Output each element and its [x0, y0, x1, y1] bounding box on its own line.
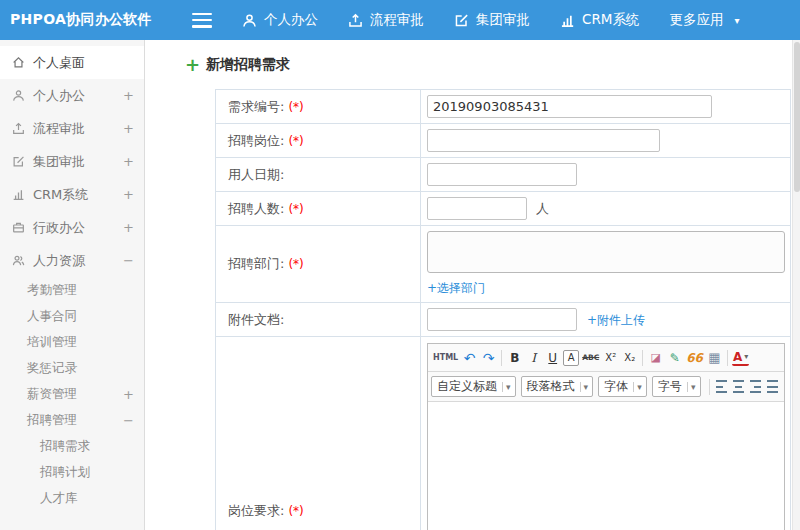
sidebar-item-personal-office[interactable]: 个人办公 + — [0, 79, 144, 112]
editor-content-area[interactable] — [428, 402, 784, 530]
position-input[interactable] — [427, 129, 660, 152]
sidebar-item-rewards[interactable]: 奖惩记录 — [0, 355, 144, 381]
blockquote-button[interactable]: 66 — [685, 348, 704, 368]
font-family-select[interactable]: 字体▾ — [598, 376, 647, 397]
eraser-icon[interactable]: ◪ — [647, 348, 664, 368]
sidebar-label: 人事合同 — [27, 308, 77, 325]
sidebar-label: 招聘计划 — [40, 464, 90, 481]
expand-toggle[interactable]: + — [123, 121, 134, 136]
redo-button[interactable]: ↷ — [480, 348, 497, 368]
subscript-button[interactable]: X₂ — [621, 348, 638, 368]
bold-button[interactable]: B — [506, 348, 523, 368]
html-source-button[interactable]: HTML — [432, 348, 459, 368]
upload-attachment-link[interactable]: +附件上传 — [587, 313, 645, 327]
topbar: PHPOA协同办公软件 个人办公 流程审批 集团审批 CRM系统 更多应用 ▾ — [0, 0, 800, 40]
italic-button[interactable]: I — [525, 348, 542, 368]
attachment-input[interactable] — [427, 308, 577, 331]
collapse-toggle[interactable]: − — [123, 413, 134, 428]
sidebar-item-recruitment[interactable]: 招聘管理 − — [0, 407, 144, 433]
sidebar-label: 行政办公 — [33, 219, 85, 237]
sidebar-item-attendance[interactable]: 考勤管理 — [0, 277, 144, 303]
collapse-toggle[interactable]: − — [123, 253, 134, 268]
expand-toggle[interactable]: + — [123, 187, 134, 202]
form-row-position: 招聘岗位:(*) — [216, 124, 791, 158]
select-value: 自定义标题 — [437, 378, 497, 395]
nav-more-apps[interactable]: 更多应用 ▾ — [669, 11, 739, 29]
expand-toggle[interactable]: + — [123, 220, 134, 235]
app-logo: PHPOA协同办公软件 — [0, 11, 178, 29]
chevron-down-icon: ▾ — [687, 382, 696, 392]
sidebar-item-personal-desktop[interactable]: 个人桌面 — [0, 46, 144, 79]
expand-toggle[interactable]: + — [123, 154, 134, 169]
font-color-button[interactable]: A▾ — [732, 350, 749, 366]
edit-icon — [454, 13, 469, 28]
expand-toggle[interactable]: + — [123, 88, 134, 103]
form-row-attachment: 附件文档: +附件上传 — [216, 303, 791, 337]
align-justify-icon[interactable] — [767, 380, 778, 393]
expand-toggle[interactable]: + — [123, 387, 134, 402]
scrollbar-thumb[interactable] — [794, 42, 800, 192]
field-label: 用人日期: — [228, 167, 284, 182]
hire-date-input[interactable] — [427, 163, 577, 186]
align-left-icon[interactable] — [716, 380, 727, 393]
format-painter-icon[interactable]: ✎ — [666, 348, 683, 368]
nav-label: 集团审批 — [476, 11, 530, 29]
sidebar-label: 人力资源 — [33, 252, 85, 270]
superscript-button[interactable]: X² — [602, 348, 619, 368]
nav-workflow-approval[interactable]: 流程审批 — [348, 11, 424, 29]
headcount-input[interactable] — [427, 197, 527, 220]
sidebar-item-talent-pool[interactable]: 人才库 — [0, 485, 144, 511]
field-label: 附件文档: — [228, 312, 284, 327]
nav-label: 个人办公 — [264, 11, 318, 29]
upload-icon — [12, 122, 33, 135]
sidebar-label: 招聘需求 — [40, 438, 90, 455]
editor-toolbar-row2: 自定义标题▾ 段落格式▾ 字体▾ 字号▾ — [428, 372, 784, 402]
align-right-icon[interactable] — [750, 380, 761, 393]
font-size-select[interactable]: 字号▾ — [652, 376, 701, 397]
table-icon[interactable]: ▦ — [706, 348, 723, 368]
vertical-scrollbar[interactable] — [792, 40, 800, 530]
required-mark: (*) — [288, 100, 303, 114]
menu-toggle-icon[interactable] — [192, 13, 212, 28]
sidebar-item-recruitment-demand[interactable]: 招聘需求 — [0, 433, 144, 459]
underline-button[interactable]: U — [544, 348, 561, 368]
nav-group-approval[interactable]: 集团审批 — [454, 11, 530, 29]
sidebar-item-hr-contract[interactable]: 人事合同 — [0, 303, 144, 329]
font-color-label: A — [733, 350, 742, 364]
page-title: + 新增招聘需求 — [185, 56, 800, 74]
required-mark: (*) — [288, 504, 303, 518]
undo-button[interactable]: ↶ — [461, 348, 478, 368]
unit-label: 人 — [536, 201, 549, 216]
nav-label: CRM系统 — [582, 11, 639, 29]
field-label: 招聘部门: — [228, 256, 284, 271]
chevron-down-icon: ▾ — [744, 350, 748, 364]
sidebar-item-salary[interactable]: 薪资管理 + — [0, 381, 144, 407]
select-department-link[interactable]: +选择部门 — [427, 281, 485, 295]
form-row-date: 用人日期: — [216, 158, 791, 192]
nav-crm[interactable]: CRM系统 — [560, 11, 639, 29]
align-center-icon[interactable] — [733, 380, 744, 393]
sidebar-item-workflow-approval[interactable]: 流程审批 + — [0, 112, 144, 145]
sidebar-item-training[interactable]: 培训管理 — [0, 329, 144, 355]
sidebar-item-group-approval[interactable]: 集团审批 + — [0, 145, 144, 178]
request-number-input[interactable] — [427, 95, 712, 118]
font-border-button[interactable]: A — [563, 350, 579, 366]
custom-heading-select[interactable]: 自定义标题▾ — [431, 376, 516, 397]
nav-personal-office[interactable]: 个人办公 — [242, 11, 318, 29]
sidebar-label: 培训管理 — [27, 334, 77, 351]
form-row-request-number: 需求编号:(*) — [216, 90, 791, 124]
chevron-down-icon: ▾ — [633, 382, 642, 392]
sidebar-label: 个人办公 — [33, 87, 85, 105]
sidebar-item-hr[interactable]: 人力资源 − — [0, 244, 144, 277]
users-icon — [12, 254, 33, 267]
sidebar-label: 招聘管理 — [27, 412, 77, 429]
top-nav: 个人办公 流程审批 集团审批 CRM系统 更多应用 ▾ — [242, 11, 770, 29]
paragraph-format-select[interactable]: 段落格式▾ — [521, 376, 594, 397]
sidebar-item-recruitment-plan[interactable]: 招聘计划 — [0, 459, 144, 485]
strikethrough-button[interactable]: ABC — [581, 348, 600, 368]
sidebar: 个人桌面 个人办公 + 流程审批 + 集团审批 + CRM系统 + 行政办公 + — [0, 40, 145, 530]
field-label: 需求编号: — [228, 99, 284, 114]
sidebar-item-admin-office[interactable]: 行政办公 + — [0, 211, 144, 244]
sidebar-item-crm[interactable]: CRM系统 + — [0, 178, 144, 211]
department-textarea[interactable] — [427, 231, 785, 273]
